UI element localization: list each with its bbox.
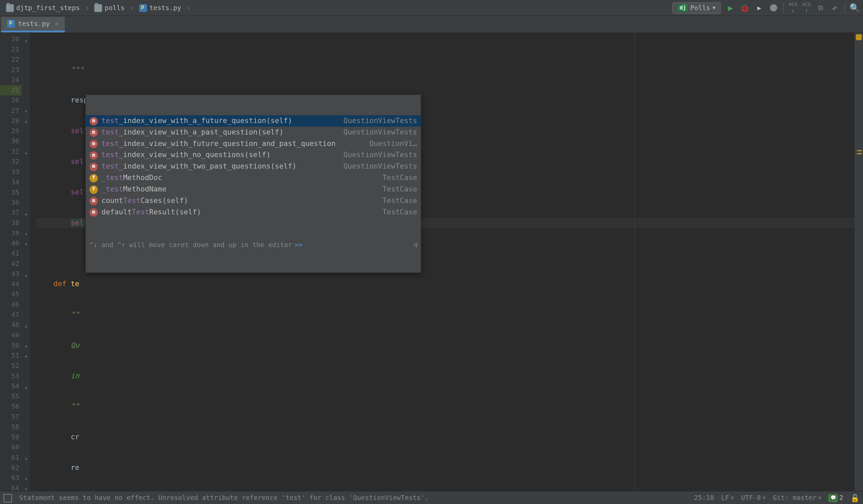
completion-name: test_index_view_with_no_questions(self) <box>101 150 271 160</box>
breadcrumb-file[interactable]: tests.py <box>137 4 184 12</box>
close-tab-icon[interactable]: × <box>54 20 59 28</box>
completion-item[interactable]: mtest_index_view_with_a_future_question(… <box>86 115 421 127</box>
toolbar: dj Polls ▼ ▶ 🐞 ▶ VCS↓ VCS↑ ⧉ ↶ 🔍 <box>672 2 859 13</box>
completion-item[interactable]: f_testMethodDocTestCase <box>86 172 421 184</box>
fold-up-icon[interactable]: ▴ <box>24 209 28 219</box>
event-log-button[interactable]: 💬 2 <box>828 493 843 502</box>
vcs-update-button[interactable]: VCS↓ <box>788 2 797 13</box>
method-icon: m <box>89 117 98 125</box>
fold-down-icon[interactable]: ▾ <box>24 474 28 484</box>
chevron-right-icon: › <box>186 3 191 12</box>
completion-name: test_index_view_with_a_future_question(s… <box>101 116 292 126</box>
method-icon: m <box>89 140 98 148</box>
search-everywhere-button[interactable]: 🔍 <box>850 3 859 12</box>
chevron-down-icon: ▼ <box>713 5 716 11</box>
fold-up-icon[interactable]: ▴ <box>24 270 28 280</box>
navigation-bar: djtp_first_steps › polls › tests.py › dj… <box>0 0 863 16</box>
read-only-toggle[interactable]: 🔓 <box>851 493 860 502</box>
separator <box>845 2 845 13</box>
completion-name: _testMethodDoc <box>101 173 162 183</box>
breadcrumb-label: djtp_first_steps <box>16 4 80 12</box>
notification-icon: 💬 <box>828 493 838 502</box>
code-completion-popup[interactable]: mtest_index_view_with_a_future_question(… <box>85 94 421 274</box>
completion-source: QuestionViewTests <box>343 162 417 172</box>
chevron-right-icon: › <box>85 3 90 12</box>
completion-source: TestCase <box>382 196 417 206</box>
completion-item[interactable]: f_testMethodNameTestCase <box>86 184 421 195</box>
completion-name: countTestCases(self) <box>101 196 188 206</box>
completion-item[interactable]: mtest_index_view_with_future_question_an… <box>86 138 421 149</box>
breadcrumb-project[interactable]: djtp_first_steps <box>4 4 82 12</box>
completion-item[interactable]: mdefaultTestResult(self)TestCase <box>86 206 421 218</box>
compare-button[interactable]: ⧉ <box>815 3 825 12</box>
folder-icon <box>6 4 14 12</box>
method-icon: m <box>89 197 98 205</box>
file-tab-tests[interactable]: tests.py × <box>1 17 65 33</box>
fold-down-icon[interactable]: ▾ <box>24 107 28 117</box>
git-branch-selector[interactable]: Git: master≑ <box>773 494 821 502</box>
error-stripe-marker[interactable] <box>857 150 862 151</box>
fold-up-icon[interactable]: ▴ <box>24 321 28 331</box>
status-bar: Statement seems to have no effect. Unres… <box>0 491 863 504</box>
run-button[interactable]: ▶ <box>726 3 735 12</box>
completion-item[interactable]: mtest_index_view_with_a_past_question(se… <box>86 127 421 138</box>
django-icon: dj <box>678 4 688 11</box>
right-margin-guide <box>635 33 635 491</box>
caret-position[interactable]: 25:18 <box>694 494 714 502</box>
gutter[interactable]: 20▴ 21 22 23 24 25 26 27▾ 28▾ 29 30 31▴ … <box>0 33 30 491</box>
method-icon: m <box>89 151 98 160</box>
line-separator-selector[interactable]: LF≑ <box>721 494 734 502</box>
fold-down-icon[interactable]: ▾ <box>24 229 28 239</box>
completion-source: QuestionViewTests <box>343 127 417 137</box>
inspection-status-icon[interactable] <box>856 34 862 40</box>
fold-up-icon[interactable]: ▴ <box>24 454 28 464</box>
completion-hint-link[interactable]: >> <box>295 240 303 250</box>
fold-up-icon[interactable]: ▴ <box>24 35 28 46</box>
debug-button[interactable]: 🐞 <box>740 3 749 12</box>
breadcrumb-label: tests.py <box>149 4 181 12</box>
tool-window-toggle-icon[interactable] <box>4 493 12 502</box>
editor-scrollbar[interactable] <box>854 33 863 491</box>
run-config-selector[interactable]: dj Polls ▼ <box>672 2 721 13</box>
completion-source: QuestionVi… <box>370 139 417 149</box>
completion-source: QuestionViewTests <box>343 150 417 160</box>
fold-down-icon[interactable]: ▾ <box>24 239 28 250</box>
field-icon: f <box>89 174 98 182</box>
completion-name: test_index_view_with_future_question_and… <box>101 139 336 149</box>
status-message: Statement seems to have no effect. Unres… <box>19 494 687 502</box>
error-stripe-marker[interactable] <box>857 153 862 154</box>
method-icon: m <box>89 208 98 216</box>
vcs-commit-button[interactable]: VCS↑ <box>802 2 811 13</box>
separator <box>783 2 784 13</box>
rollback-button[interactable]: ↶ <box>830 3 839 12</box>
completion-name: _testMethodName <box>101 185 166 194</box>
breadcrumb-label: polls <box>104 4 124 12</box>
method-icon: m <box>89 163 98 171</box>
python-file-icon <box>139 4 147 12</box>
completion-source: TestCase <box>382 185 417 194</box>
pi-icon: π <box>413 240 417 250</box>
fold-up-icon[interactable]: ▴ <box>24 382 28 392</box>
run-coverage-button[interactable]: ▶ <box>754 3 764 12</box>
editor-tabs: tests.py × <box>0 16 863 33</box>
python-file-icon <box>7 20 15 28</box>
code-editor[interactable]: 20▴ 21 22 23 24 25 26 27▾ 28▾ 29 30 31▴ … <box>0 33 863 491</box>
breadcrumb-folder[interactable]: polls <box>92 4 127 12</box>
completion-source: TestCase <box>382 207 417 217</box>
encoding-selector[interactable]: UTF-8≑ <box>741 494 766 502</box>
folder-icon <box>95 4 102 12</box>
profile-button[interactable] <box>769 3 778 12</box>
chevron-right-icon: › <box>129 3 135 12</box>
completion-item[interactable]: mtest_index_view_with_no_questions(self)… <box>86 149 421 161</box>
fold-up-icon[interactable]: ▴ <box>24 148 28 158</box>
completion-item[interactable]: mcountTestCases(self)TestCase <box>86 195 421 207</box>
completion-item[interactable]: mtest_index_view_with_two_past_questions… <box>86 161 421 172</box>
breadcrumbs: djtp_first_steps › polls › tests.py › <box>4 3 192 12</box>
fold-down-icon[interactable]: ▾ <box>24 352 28 362</box>
run-config-name: Polls <box>690 4 710 12</box>
editor-content[interactable]: """ response = self.client.get(reverse('… <box>30 33 863 491</box>
fold-down-icon[interactable]: ▾ <box>24 341 28 352</box>
tab-filename: tests.py <box>18 20 50 28</box>
fold-down-icon[interactable]: ▾ <box>24 117 28 127</box>
completion-source: TestCase <box>382 173 417 183</box>
